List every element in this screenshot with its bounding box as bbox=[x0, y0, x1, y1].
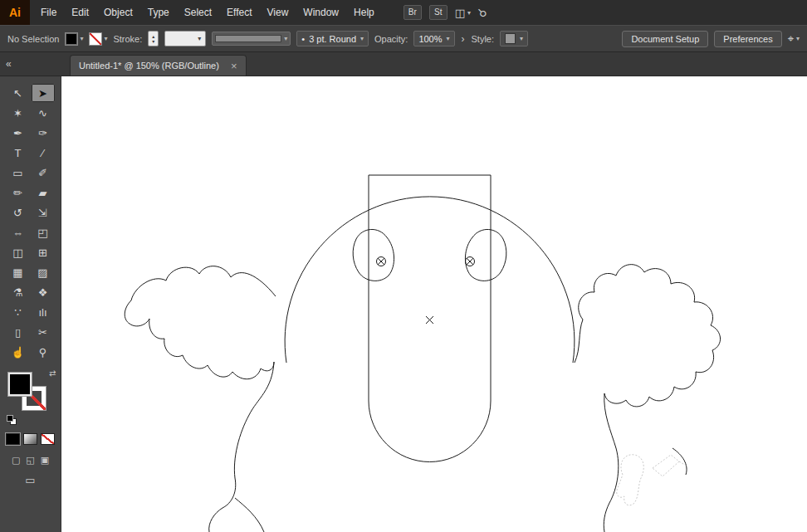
bridge-button[interactable]: Br bbox=[404, 5, 422, 20]
tool-shape-builder[interactable]: ◫ bbox=[7, 243, 30, 261]
touch-workspace-button[interactable]: ⌖ ▾ bbox=[788, 32, 800, 46]
menu-window[interactable]: Window bbox=[296, 0, 346, 25]
tool-artboard[interactable]: ▯ bbox=[7, 323, 30, 341]
stroke-weight-stepper[interactable]: ▴ ▾ bbox=[148, 31, 159, 46]
style-label: Style: bbox=[472, 34, 495, 44]
default-fill-stroke-icon[interactable] bbox=[7, 415, 17, 425]
gradient-button[interactable] bbox=[23, 433, 37, 445]
tool-mesh[interactable]: ▦ bbox=[7, 263, 30, 281]
right-eye-anchor-cross[interactable] bbox=[467, 258, 473, 265]
preferences-button[interactable]: Preferences bbox=[714, 31, 781, 47]
stroke-weight-combo[interactable]: ▾ bbox=[164, 31, 206, 46]
fill-swatch[interactable] bbox=[7, 372, 32, 397]
ghost-left-eye[interactable] bbox=[353, 229, 394, 281]
chevron-down-icon: ▾ bbox=[520, 35, 523, 42]
tool-width[interactable]: ⇔ bbox=[7, 223, 30, 242]
tool-eraser[interactable]: ▰ bbox=[32, 183, 55, 202]
menu-type[interactable]: Type bbox=[140, 0, 177, 25]
tool-eyedropper[interactable]: ⚗ bbox=[7, 283, 30, 301]
tool-curvature[interactable]: ✑ bbox=[32, 124, 55, 142]
canvas[interactable] bbox=[61, 76, 807, 532]
ghost-left-arm[interactable] bbox=[125, 266, 276, 532]
tool-hand[interactable]: ☝ bbox=[7, 343, 30, 361]
illustrator-window: Ai FileEditObjectTypeSelectEffectViewWin… bbox=[0, 0, 807, 532]
perspective-grid-icon: ⊞ bbox=[38, 246, 47, 259]
none-button[interactable] bbox=[41, 433, 55, 445]
menu-view[interactable]: View bbox=[260, 0, 296, 25]
paint-mode-buttons bbox=[6, 433, 55, 445]
menu-help[interactable]: Help bbox=[346, 0, 382, 25]
tool-pen[interactable]: ✒ bbox=[7, 124, 30, 142]
menubar: Ai FileEditObjectTypeSelectEffectViewWin… bbox=[0, 0, 807, 25]
tool-lasso[interactable]: ∿ bbox=[32, 104, 55, 122]
free-transform-icon: ◰ bbox=[37, 227, 47, 239]
tool-line-segment[interactable]: ∕ bbox=[32, 144, 55, 162]
rotate-icon: ↺ bbox=[13, 207, 22, 219]
draw-inside-button[interactable]: ▣ bbox=[41, 455, 49, 466]
menu-effect[interactable]: Effect bbox=[219, 0, 259, 25]
tool-rectangle[interactable]: ▭ bbox=[7, 164, 30, 182]
tool-symbol-sprayer[interactable]: ∵ bbox=[7, 303, 30, 321]
default-fill-chip bbox=[7, 415, 13, 422]
draw-normal-button[interactable]: ▢ bbox=[12, 455, 20, 466]
stroke-label: Stroke: bbox=[113, 34, 142, 44]
variable-width-profile-combo[interactable]: ▾ bbox=[212, 32, 291, 46]
brush-definition-combo[interactable]: • 3 pt. Round ▾ bbox=[296, 31, 369, 46]
screen-mode-button[interactable]: ▭ bbox=[25, 474, 35, 486]
tool-shaper[interactable]: ✏ bbox=[7, 183, 30, 202]
center-point-cross[interactable] bbox=[426, 316, 433, 324]
tool-slice[interactable]: ✂ bbox=[32, 323, 55, 341]
color-button[interactable] bbox=[6, 433, 20, 445]
tool-zoom[interactable]: ⚲ bbox=[32, 343, 55, 361]
tool-type[interactable]: T bbox=[7, 144, 30, 162]
tool-gradient[interactable]: ▨ bbox=[32, 263, 55, 281]
fill-color-control[interactable]: ▾ bbox=[65, 32, 83, 46]
menu-object[interactable]: Object bbox=[96, 0, 140, 25]
stock-button[interactable]: St bbox=[429, 5, 448, 20]
arrange-documents-icon: ◫ bbox=[455, 7, 465, 19]
chevron-down-icon: ▾ bbox=[467, 9, 471, 17]
tool-direct-selection[interactable]: ➤ bbox=[32, 84, 55, 102]
paintbrush-icon: ✐ bbox=[38, 167, 47, 179]
menu-edit[interactable]: Edit bbox=[64, 0, 96, 25]
ghost-right-eye[interactable] bbox=[465, 229, 506, 281]
artwork-svg bbox=[61, 76, 807, 532]
document-setup-button[interactable]: Document Setup bbox=[622, 31, 708, 47]
chevron-down-icon: ▾ bbox=[80, 35, 83, 42]
tool-magic-wand[interactable]: ✶ bbox=[7, 104, 30, 122]
arrange-documents-button[interactable]: ◫ ▾ bbox=[455, 7, 471, 19]
cursor-preview-pen bbox=[653, 455, 687, 476]
document-tab[interactable]: Untitled-1* @ 150% (RGB/Outline) × bbox=[70, 55, 247, 76]
tool-free-transform[interactable]: ◰ bbox=[32, 223, 55, 242]
tool-paintbrush[interactable]: ✐ bbox=[32, 164, 55, 182]
menubar-right: Br St ◫ ▾ ⚲ bbox=[404, 5, 487, 20]
main-area: ↖➤✶∿✒✑T∕▭✐✏▰↺⇲⇔◰◫⊞▦▨⚗❖∵ılı▯✂☝⚲ ⇄ ▢ ◱ ▣ bbox=[0, 76, 807, 532]
selection-icon: ↖ bbox=[13, 87, 22, 100]
ghost-body-rectangle[interactable] bbox=[369, 175, 491, 462]
tool-scale[interactable]: ⇲ bbox=[32, 203, 55, 222]
transparency-panel-chevron[interactable]: › bbox=[461, 33, 466, 45]
ghost-right-arm[interactable] bbox=[575, 265, 721, 532]
control-bar: No Selection ▾ ▾ Stroke: ▴ ▾ ▾ ▾ • 3 pt.… bbox=[0, 25, 807, 52]
graphic-style-combo[interactable]: ▾ bbox=[500, 31, 528, 46]
opacity-combo[interactable]: 100% ▾ bbox=[413, 31, 454, 46]
ghost-head-dome[interactable] bbox=[285, 197, 575, 363]
tool-blend[interactable]: ❖ bbox=[32, 283, 55, 301]
tool-selection[interactable]: ↖ bbox=[7, 84, 30, 102]
tab-close-button[interactable]: × bbox=[231, 61, 237, 71]
tool-perspective-grid[interactable]: ⊞ bbox=[32, 243, 55, 261]
panel-collapse-button[interactable]: « bbox=[0, 58, 61, 70]
search-button[interactable]: ⚲ bbox=[478, 7, 487, 19]
stroke-color-control[interactable]: ▾ bbox=[89, 32, 107, 46]
tool-column-graph[interactable]: ılı bbox=[32, 303, 55, 321]
swap-fill-stroke-icon[interactable]: ⇄ bbox=[49, 368, 56, 378]
search-icon: ⚲ bbox=[475, 5, 489, 19]
menu-select[interactable]: Select bbox=[177, 0, 219, 25]
menu-file[interactable]: File bbox=[33, 0, 64, 25]
ghost-left-arm-tail[interactable] bbox=[235, 498, 264, 532]
left-eye-anchor-cross[interactable] bbox=[378, 258, 384, 265]
draw-behind-button[interactable]: ◱ bbox=[26, 455, 34, 466]
tool-rotate[interactable]: ↺ bbox=[7, 203, 30, 222]
document-tab-title: Untitled-1* @ 150% (RGB/Outline) bbox=[79, 61, 219, 71]
shaper-icon: ✏ bbox=[13, 187, 22, 199]
